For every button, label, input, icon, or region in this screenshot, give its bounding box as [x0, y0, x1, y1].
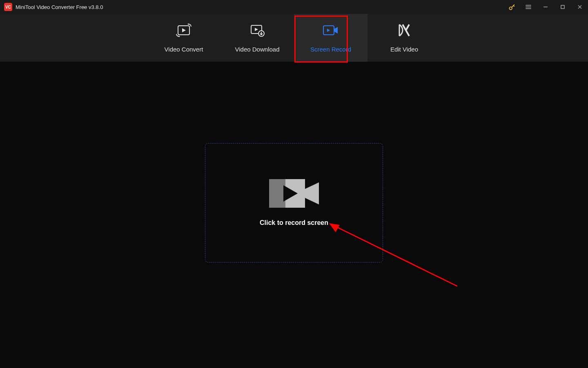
app-icon-text: VC: [5, 5, 11, 9]
tab-edit-video[interactable]: Edit Video: [368, 14, 441, 62]
svg-marker-13: [255, 28, 258, 31]
title-bar-left: VC MiniTool Video Converter Free v3.8.0: [4, 3, 103, 11]
video-convert-icon: [176, 23, 192, 38]
menu-icon[interactable]: [523, 2, 533, 12]
svg-marker-10: [187, 23, 189, 25]
screen-record-icon: [323, 23, 339, 38]
tab-video-convert[interactable]: Video Convert: [147, 14, 220, 62]
tab-label: Edit Video: [390, 46, 418, 53]
tab-label: Video Download: [235, 46, 280, 53]
title-bar-right: [508, 2, 585, 12]
tab-label: Video Convert: [165, 46, 203, 53]
title-bar: VC MiniTool Video Converter Free v3.8.0: [0, 0, 588, 14]
key-icon[interactable]: [508, 3, 516, 11]
main-area: Click to record screen: [0, 62, 588, 368]
close-button[interactable]: [575, 2, 585, 12]
tab-video-download[interactable]: Video Download: [220, 14, 294, 62]
tab-label: Screen Record: [310, 46, 351, 53]
tab-screen-record[interactable]: Screen Record: [294, 14, 368, 62]
svg-rect-19: [269, 179, 285, 208]
svg-marker-21: [305, 182, 319, 204]
video-download-icon: [249, 23, 265, 38]
minimize-button[interactable]: [541, 2, 550, 12]
edit-video-icon: [397, 23, 412, 38]
svg-rect-5: [561, 5, 564, 9]
svg-marker-17: [327, 29, 330, 32]
svg-marker-9: [182, 28, 186, 32]
app-icon: VC: [4, 3, 12, 11]
svg-point-0: [509, 7, 512, 10]
record-prompt-label: Click to record screen: [260, 219, 328, 227]
app-title: MiniTool Video Converter Free v3.8.0: [16, 4, 103, 10]
camera-record-icon: [269, 179, 319, 208]
maximize-button[interactable]: [558, 2, 568, 12]
top-nav: Video Convert Video Download Screen Reco…: [0, 14, 588, 62]
record-dropzone[interactable]: Click to record screen: [205, 143, 383, 263]
svg-marker-11: [179, 36, 180, 37]
